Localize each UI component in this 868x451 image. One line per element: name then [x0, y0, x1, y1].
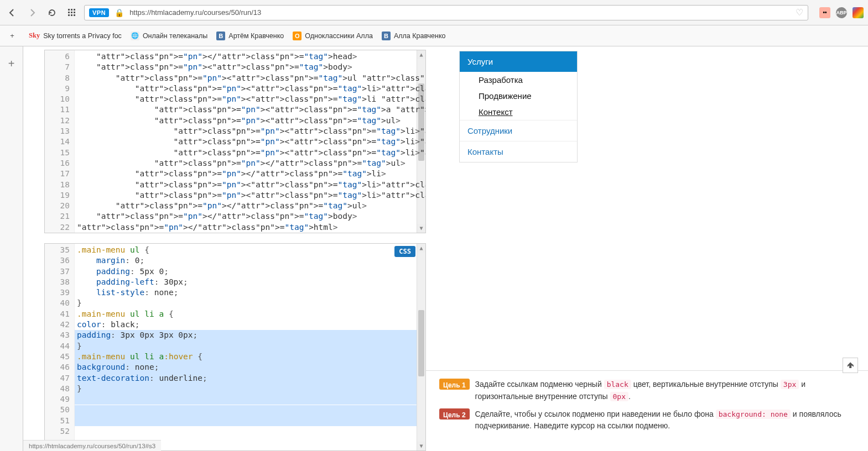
- bookmark-artem[interactable]: BАртём Кравченко: [216, 32, 284, 40]
- lock-icon: 🔒: [115, 8, 124, 17]
- forward-button[interactable]: [24, 5, 40, 20]
- bookmark-alla[interactable]: BАлла Кравченко: [382, 32, 446, 40]
- globe-icon: 🌐: [131, 32, 139, 40]
- svg-rect-3: [68, 12, 70, 13]
- extension-icons: •• ABP: [819, 7, 864, 18]
- svg-rect-7: [71, 14, 72, 16]
- favorite-icon[interactable]: ♡: [796, 7, 803, 18]
- bookmark-sky[interactable]: SkySky torrents a Privacy foc: [29, 32, 122, 40]
- vk-icon: B: [216, 32, 225, 40]
- abp-icon[interactable]: ABP: [836, 7, 847, 18]
- bookmark-label: Одноклассники Алла: [305, 32, 373, 40]
- browser-nav-bar: VPN 🔒 https://htmlacademy.ru/courses/50/…: [0, 0, 868, 25]
- extension-icon-1[interactable]: ••: [819, 7, 830, 18]
- new-bookmark-button[interactable]: +: [4, 28, 20, 44]
- sky-icon: Sky: [29, 32, 40, 40]
- bookmark-label: Онлайн телеканалы: [143, 32, 207, 40]
- bookmark-tv[interactable]: 🌐Онлайн телеканалы: [131, 32, 207, 40]
- url-text: https://htmlacademy.ru/courses/50/run/13: [129, 8, 792, 17]
- reload-button[interactable]: [44, 5, 60, 20]
- bookmark-ok[interactable]: OОдноклассники Алла: [293, 32, 373, 40]
- svg-rect-2: [74, 9, 75, 11]
- vk-icon: B: [382, 32, 391, 40]
- ok-icon: O: [293, 32, 302, 40]
- svg-rect-0: [68, 9, 70, 11]
- svg-rect-1: [71, 9, 72, 11]
- bookmark-label: Артём Кравченко: [228, 32, 284, 40]
- svg-rect-6: [68, 14, 70, 16]
- svg-rect-8: [74, 14, 75, 16]
- translate-icon[interactable]: [853, 7, 864, 18]
- bookmark-label: Алла Кравченко: [394, 32, 446, 40]
- bookmarks-bar: + SkySky torrents a Privacy foc 🌐Онлайн …: [0, 25, 868, 46]
- vpn-badge: VPN: [89, 8, 109, 17]
- address-bar[interactable]: VPN 🔒 https://htmlacademy.ru/courses/50/…: [84, 5, 808, 20]
- back-button[interactable]: [4, 5, 20, 20]
- apps-button[interactable]: [64, 5, 80, 20]
- bookmark-label: Sky torrents a Privacy foc: [43, 32, 122, 40]
- svg-rect-5: [74, 12, 75, 13]
- svg-rect-4: [71, 12, 72, 13]
